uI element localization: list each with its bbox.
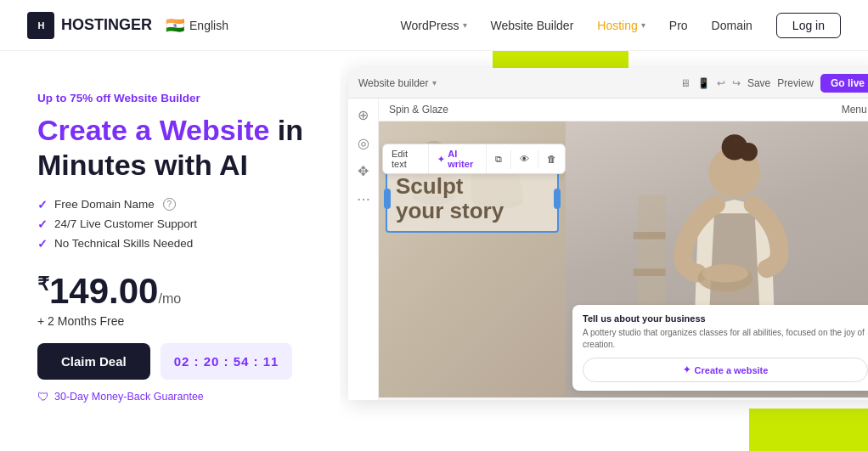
browser-mockup-container: Website builder ▾ 🖥 📱 ↩ ↪ Save Preview G… xyxy=(340,51,868,451)
preview-toggle[interactable]: 👁 xyxy=(511,149,538,168)
info-icon[interactable]: ? xyxy=(163,198,176,211)
guarantee-badge: 🛡 30-Day Money-Back Guarantee xyxy=(37,390,313,403)
text-edit-overlay[interactable]: Sculpt your story xyxy=(386,164,559,233)
language-selector[interactable]: 🇮🇳 English xyxy=(166,16,228,35)
check-icon: ✓ xyxy=(37,237,48,251)
nav-item-domain[interactable]: Domain xyxy=(712,19,752,32)
nav-item-website-builder[interactable]: Website Builder xyxy=(491,19,574,32)
browser-window: Website builder ▾ 🖥 📱 ↩ ↪ Save Preview G… xyxy=(348,68,868,400)
ai-writer-button[interactable]: ✦ AI writer xyxy=(429,144,487,173)
login-button[interactable]: Log in xyxy=(776,13,841,38)
svg-point-8 xyxy=(702,264,748,283)
nav-item-hosting[interactable]: Hosting ▾ xyxy=(597,19,645,32)
checklist-item-skills: ✓ No Technical Skills Needed xyxy=(37,237,313,251)
flag-icon: 🇮🇳 xyxy=(166,16,184,35)
undo-icon[interactable]: ↩ xyxy=(717,77,725,89)
checklist-item-support: ✓ 24/7 Live Customer Support xyxy=(37,217,313,231)
per-month-label: /mo xyxy=(158,291,181,306)
accent-bottom xyxy=(749,409,868,451)
currency-symbol: ₹ xyxy=(37,273,49,295)
countdown-timer: 02 : 20 : 54 : 11 xyxy=(161,343,293,380)
builder-title: Website builder ▾ xyxy=(358,77,437,89)
more-tool[interactable]: ⋯ xyxy=(357,191,370,207)
pottery-section: Edit text ✦ AI writer ⧉ 👁 🗑 xyxy=(379,121,566,397)
ai-icon: ✦ xyxy=(437,155,444,164)
hero-tag: Up to 75% off Website Builder xyxy=(37,92,313,104)
preview-button[interactable]: Preview xyxy=(777,77,814,89)
claim-deal-button[interactable]: Claim Deal xyxy=(37,343,150,380)
svg-point-6 xyxy=(739,143,758,161)
nav-item-pro[interactable]: Pro xyxy=(669,19,688,32)
cta-row: Claim Deal 02 : 20 : 54 : 11 xyxy=(37,343,313,380)
drag-handle-right[interactable] xyxy=(554,189,561,209)
navbar-left: H HOSTINGER 🇮🇳 English xyxy=(27,12,228,39)
hero-title: Create a Website inMinutes with AI xyxy=(37,113,313,183)
discount-highlight: 75% off xyxy=(70,92,110,104)
mobile-icon[interactable]: 📱 xyxy=(697,77,710,89)
canvas-content: Edit text ✦ AI writer ⧉ 👁 🗑 xyxy=(379,121,868,397)
hero-title-purple: Create a Website xyxy=(37,114,269,146)
guarantee-text: 30-Day Money-Back Guarantee xyxy=(54,391,204,403)
browser-controls: 🖥 📱 ↩ ↪ Save Preview Go live xyxy=(680,74,868,93)
redo-icon[interactable]: ↪ xyxy=(732,77,741,89)
price-display: ₹149.00/mo xyxy=(37,273,313,309)
shield-icon: 🛡 xyxy=(37,390,49,403)
edit-text-button[interactable]: Edit text xyxy=(383,144,429,173)
price-section: ₹149.00/mo xyxy=(37,273,313,309)
builder-sidebar: ⊕ ◎ ✥ ⋯ xyxy=(348,99,379,400)
plus-icon: ✦ xyxy=(683,364,690,375)
main-content: Up to 75% off Website Builder Create a W… xyxy=(0,51,868,451)
delete-button[interactable]: 🗑 xyxy=(538,149,565,168)
business-card: Tell us about your business A pottery st… xyxy=(572,305,868,391)
logo[interactable]: H HOSTINGER xyxy=(27,12,152,39)
hero-section: Up to 75% off Website Builder Create a W… xyxy=(0,51,340,451)
builder-canvas: Spin & Glaze Menu ▾ xyxy=(379,99,868,400)
check-icon: ✓ xyxy=(37,217,48,231)
nav-item-wordpress[interactable]: WordPress ▾ xyxy=(401,19,467,32)
save-button[interactable]: Save xyxy=(747,77,770,89)
drag-handle-left[interactable] xyxy=(384,189,391,209)
person-section: Tell us about your business A pottery st… xyxy=(566,121,868,397)
svg-rect-11 xyxy=(634,268,666,276)
feature-checklist: ✓ Free Domain Name ? ✓ 24/7 Live Custome… xyxy=(37,198,313,257)
chevron-down-icon: ▾ xyxy=(641,20,645,30)
cursor-tool[interactable]: ⊕ xyxy=(358,107,369,123)
chevron-down-icon: ▾ xyxy=(463,20,467,30)
navbar: H HOSTINGER 🇮🇳 English WordPress ▾ Websi… xyxy=(0,0,868,51)
free-months-label: + 2 Months Free xyxy=(37,314,313,328)
browser-topbar: Website builder ▾ 🖥 📱 ↩ ↪ Save Preview G… xyxy=(348,68,868,99)
business-card-description: A pottery studio that organizes classes … xyxy=(583,327,868,351)
svg-rect-10 xyxy=(634,232,666,240)
site-name-bar: Spin & Glaze Menu ▾ xyxy=(379,99,868,121)
sculpt-text[interactable]: Sculpt your story xyxy=(396,174,549,223)
go-live-button[interactable]: Go live xyxy=(820,74,868,93)
logo-icon: H xyxy=(27,12,54,39)
language-label: English xyxy=(189,19,228,32)
copy-button[interactable]: ⧉ xyxy=(487,149,511,169)
check-icon: ✓ xyxy=(37,198,48,211)
navbar-nav: WordPress ▾ Website Builder Hosting ▾ Pr… xyxy=(401,13,841,38)
business-card-title: Tell us about your business xyxy=(583,313,868,324)
text-edit-toolbar: Edit text ✦ AI writer ⧉ 👁 🗑 xyxy=(382,144,566,174)
builder-body: ⊕ ◎ ✥ ⋯ Spin & Glaze Menu ▾ xyxy=(348,99,868,400)
chevron-down-icon: ▾ xyxy=(432,78,437,87)
create-website-button[interactable]: ✦ Create a website xyxy=(583,358,868,382)
menu-button[interactable]: Menu ▾ xyxy=(842,104,868,116)
move-tool[interactable]: ✥ xyxy=(358,163,369,179)
site-name: Spin & Glaze xyxy=(389,104,448,116)
desktop-icon[interactable]: 🖥 xyxy=(680,77,690,89)
layers-tool[interactable]: ◎ xyxy=(358,135,369,151)
logo-text: HOSTINGER xyxy=(61,16,152,34)
checklist-item-domain: ✓ Free Domain Name ? xyxy=(37,198,313,211)
